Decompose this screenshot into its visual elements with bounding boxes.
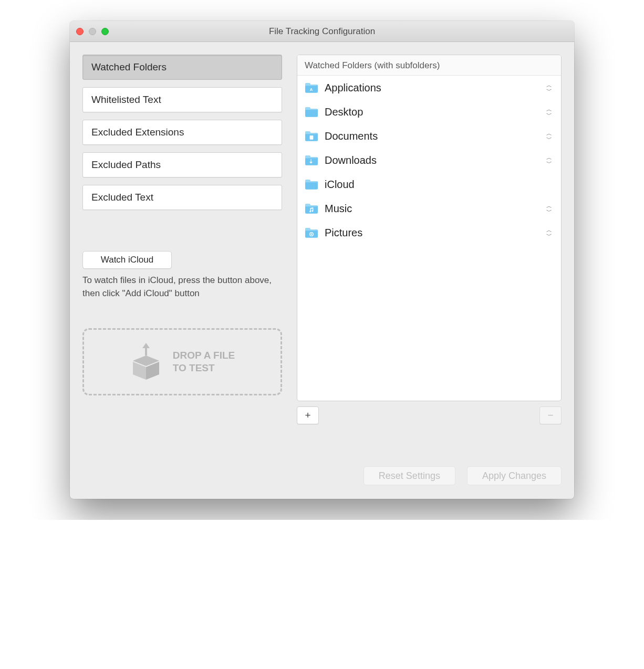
chevron-down-icon: ﹀: [546, 233, 552, 237]
order-stepper[interactable]: ︿﹀: [544, 130, 554, 142]
chevron-up-icon: ︿: [546, 131, 552, 135]
folder-icon: [305, 203, 318, 214]
folder-icon: [305, 154, 318, 166]
chevron-up-icon: ︿: [546, 107, 552, 111]
apply-changes-button[interactable]: Apply Changes: [467, 466, 562, 485]
dropzone[interactable]: DROP A FILE TO TEST: [82, 328, 282, 395]
svg-rect-1: [310, 135, 314, 140]
watch-icloud-button[interactable]: Watch iCloud: [82, 251, 172, 269]
order-stepper[interactable]: ︿﹀: [544, 226, 554, 239]
chevron-down-icon: ﹀: [546, 161, 552, 165]
folder-row[interactable]: Desktop︿﹀: [297, 100, 561, 124]
folder-row[interactable]: Pictures︿﹀: [297, 221, 561, 245]
chevron-up-icon: ︿: [546, 228, 552, 232]
tab-excluded-text[interactable]: Excluded Text: [82, 185, 282, 210]
zoom-icon[interactable]: [101, 28, 109, 35]
folder-name: Documents: [325, 130, 538, 142]
chevron-down-icon: ﹀: [546, 112, 552, 117]
folder-icon: [305, 106, 318, 118]
close-icon[interactable]: [76, 28, 84, 35]
sidebar-segments: Watched Folders Whitelisted Text Exclude…: [82, 55, 282, 210]
chevron-down-icon: ﹀: [546, 88, 552, 92]
tab-excluded-extensions[interactable]: Excluded Extensions: [82, 120, 282, 145]
folder-row[interactable]: iCloud: [297, 172, 561, 196]
folder-name: Applications: [325, 82, 538, 94]
folder-name: iCloud: [325, 179, 554, 191]
folder-row[interactable]: AApplications︿﹀: [297, 76, 561, 100]
window-title: File Tracking Configuration: [70, 26, 574, 37]
folder-icon: [305, 179, 318, 190]
folder-list: AApplications︿﹀Desktop︿﹀Documents︿﹀Downl…: [297, 76, 561, 401]
tab-excluded-paths[interactable]: Excluded Paths: [82, 152, 282, 177]
order-stepper[interactable]: ︿﹀: [544, 106, 554, 118]
folder-icon: [305, 227, 318, 238]
traffic-lights: [76, 28, 109, 35]
minus-icon: −: [547, 410, 553, 421]
folder-name: Downloads: [325, 154, 538, 166]
chevron-down-icon: ﹀: [546, 209, 552, 213]
folder-row[interactable]: Downloads︿﹀: [297, 148, 561, 172]
bottom-buttons: Reset Settings Apply Changes: [70, 466, 574, 499]
svg-point-3: [311, 234, 313, 235]
main-panel: Watched Folders (with subfolders) AAppli…: [297, 55, 562, 424]
svg-text:A: A: [310, 87, 313, 92]
add-button[interactable]: +: [297, 406, 319, 424]
chevron-up-icon: ︿: [546, 83, 552, 87]
titlebar: File Tracking Configuration: [70, 21, 574, 42]
tab-watched-folders[interactable]: Watched Folders: [82, 55, 282, 80]
folder-name: Desktop: [325, 106, 538, 118]
order-stepper[interactable]: ︿﹀: [544, 81, 554, 94]
folder-name: Pictures: [325, 227, 538, 239]
order-stepper[interactable]: ︿﹀: [544, 202, 554, 215]
folder-icon: A: [305, 82, 318, 93]
reset-settings-button[interactable]: Reset Settings: [363, 466, 455, 485]
window: File Tracking Configuration Watched Fold…: [70, 21, 574, 499]
chevron-up-icon: ︿: [546, 204, 552, 208]
chevron-down-icon: ﹀: [546, 137, 552, 141]
folder-icon: [305, 130, 318, 142]
icloud-help-text: To watch files in iCloud, press the butt…: [82, 274, 282, 300]
remove-button[interactable]: −: [539, 406, 562, 424]
plus-icon: +: [305, 410, 310, 421]
dropzone-label: DROP A FILE TO TEST: [173, 349, 235, 375]
minimize-icon[interactable]: [89, 28, 96, 35]
tab-whitelisted-text[interactable]: Whitelisted Text: [82, 87, 282, 112]
chevron-up-icon: ︿: [546, 155, 552, 160]
folder-row[interactable]: Documents︿﹀: [297, 124, 561, 148]
folder-list-panel: Watched Folders (with subfolders) AAppli…: [297, 55, 562, 401]
list-footer: + −: [297, 406, 562, 424]
order-stepper[interactable]: ︿﹀: [544, 154, 554, 166]
sidebar: Watched Folders Whitelisted Text Exclude…: [82, 55, 282, 424]
folder-name: Music: [325, 203, 538, 215]
box-drop-icon: [130, 343, 162, 381]
panel-header: Watched Folders (with subfolders): [297, 55, 561, 76]
folder-row[interactable]: Music︿﹀: [297, 196, 561, 221]
